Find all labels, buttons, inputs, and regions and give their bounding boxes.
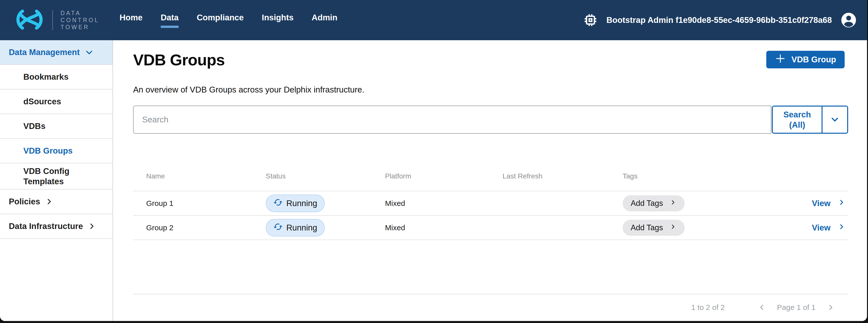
vdb-groups-table: Name Status Platform Last Refresh Tags G… <box>133 134 848 321</box>
main-nav: Home Data Compliance Insights Admin <box>120 12 337 28</box>
sync-icon <box>273 198 283 209</box>
page-description: An overview of VDB Groups across your De… <box>133 85 848 94</box>
cell-platform: Mixed <box>385 199 502 208</box>
chevron-down-icon <box>84 47 94 57</box>
nav-item-admin[interactable]: Admin <box>312 12 338 28</box>
search-split-button: Search (All) <box>772 106 848 134</box>
chevron-right-icon[interactable] <box>827 303 835 312</box>
chevron-right-icon <box>87 222 96 231</box>
sidebar-item-vdb-groups[interactable]: VDB Groups <box>0 139 113 164</box>
column-header-last-refresh: Last Refresh <box>502 172 623 180</box>
search-scope-dropdown-button[interactable] <box>822 107 847 133</box>
view-link[interactable]: View <box>812 198 848 208</box>
table-header-row: Name Status Platform Last Refresh Tags <box>133 134 848 191</box>
user-label: Bootstrap Admin f1e90de8-55ec-4659-96bb-… <box>606 15 832 25</box>
sync-icon <box>273 222 283 234</box>
sidebar-item-vdbs[interactable]: VDBs <box>0 114 113 139</box>
column-header-tags: Tags <box>623 172 783 180</box>
column-header-platform: Platform <box>385 172 502 180</box>
add-vdb-group-button[interactable]: VDB Group <box>766 51 845 68</box>
pagination: 1 to 2 of 2 Page 1 of 1 <box>133 294 848 321</box>
column-header-name: Name <box>133 172 266 180</box>
search-all-button[interactable]: Search (All) <box>773 107 822 133</box>
account-circle-icon[interactable] <box>840 11 858 29</box>
status-badge: Running <box>266 195 325 212</box>
brand-line: DATA <box>61 9 99 17</box>
chevron-down-icon <box>830 114 840 125</box>
brand-logo-link[interactable]: DATA CONTROL TOWER <box>0 8 111 32</box>
top-navbar: DATA CONTROL TOWER Home Data Compliance … <box>0 0 867 40</box>
sidebar-item-policies[interactable]: Policies <box>0 189 113 214</box>
nav-item-data[interactable]: Data <box>161 12 179 28</box>
nav-item-insights[interactable]: Insights <box>262 12 293 28</box>
chevron-right-icon <box>45 197 54 206</box>
column-header-status: Status <box>266 172 385 180</box>
sidebar-item-dsources[interactable]: dSources <box>0 89 113 114</box>
brand-line: CONTROL <box>61 17 99 24</box>
add-tags-button[interactable]: Add Tags <box>623 220 685 236</box>
nav-item-compliance[interactable]: Compliance <box>197 12 244 28</box>
chevron-left-icon[interactable] <box>757 303 766 312</box>
table-row: Group 2 Running Mixed Add Tags <box>133 216 848 240</box>
brand-divider <box>52 10 53 30</box>
search-bar: Search (All) <box>133 106 848 134</box>
plus-icon <box>775 53 786 66</box>
table-empty-space <box>133 240 848 294</box>
add-tags-button[interactable]: Add Tags <box>623 195 685 211</box>
sidebar-item-bookmarks[interactable]: Bookmarks <box>0 65 113 89</box>
status-badge: Running <box>266 219 325 237</box>
nav-item-home[interactable]: Home <box>120 12 143 28</box>
pagination-range-label: 1 to 2 of 2 <box>691 303 724 312</box>
view-link[interactable]: View <box>812 223 848 233</box>
cell-name: Group 2 <box>133 224 266 232</box>
navbar-right: Bootstrap Admin f1e90de8-55ec-4659-96bb-… <box>583 11 867 29</box>
main-content: VDB Groups VDB Group An overview of VDB … <box>114 40 867 321</box>
chevron-right-icon <box>670 223 677 232</box>
sidebar-item-data-infrastructure[interactable]: Data Infrastructure <box>0 214 113 239</box>
cell-platform: Mixed <box>385 224 502 232</box>
sidebar-item-data-management[interactable]: Data Management <box>0 40 113 65</box>
pagination-page-label: Page 1 of 1 <box>777 303 815 312</box>
page-title: VDB Groups <box>133 51 848 69</box>
chevron-right-icon <box>838 198 846 208</box>
sidebar-item-vdb-config-templates[interactable]: VDB Config Templates <box>0 164 113 189</box>
search-input[interactable] <box>133 106 771 134</box>
delphix-logo-icon <box>14 8 45 32</box>
chevron-right-icon <box>838 223 846 233</box>
app-window: DATA CONTROL TOWER Home Data Compliance … <box>0 0 867 321</box>
chevron-right-icon <box>670 199 677 208</box>
sidebar: Data Management Bookmarks dSources VDBs … <box>0 40 113 321</box>
table-row: Group 1 Running Mixed Add Tags <box>133 191 848 216</box>
brand-wordmark: DATA CONTROL TOWER <box>61 9 99 31</box>
memory-chip-icon[interactable] <box>583 12 598 28</box>
brand-line: TOWER <box>61 24 99 31</box>
cell-name: Group 1 <box>133 199 266 208</box>
active-tab-underline <box>161 26 179 28</box>
